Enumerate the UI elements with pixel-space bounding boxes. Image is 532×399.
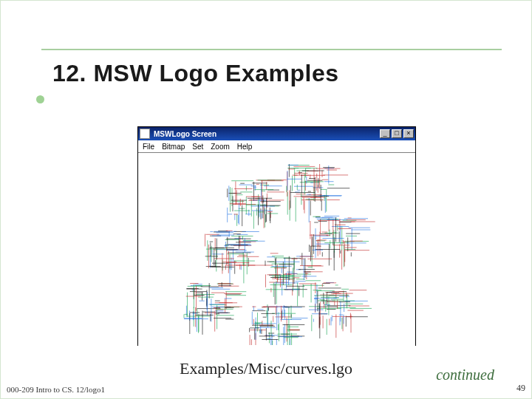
page-number: 49 [516,383,525,394]
logo-canvas [138,153,415,346]
title-rule [41,49,502,50]
window-title: MSWLogo Screen [151,130,378,138]
screenshot-window: MSWLogo Screen _ □ × File Bitmap Set Zoo… [137,126,416,346]
slide: 12. MSW Logo Examples MSWLogo Screen _ □… [0,0,532,399]
close-button[interactable]: × [403,129,414,138]
app-icon [140,129,150,139]
title-bar: MSWLogo Screen _ □ × [138,127,415,140]
menu-help[interactable]: Help [237,143,253,151]
continued-label: continued [436,366,494,383]
fractal-drawing [138,153,415,345]
menu-bitmap[interactable]: Bitmap [162,143,185,151]
menu-bar: File Bitmap Set Zoom Help [138,140,415,153]
menu-file[interactable]: File [143,143,154,151]
menu-zoom[interactable]: Zoom [211,143,230,151]
menu-set[interactable]: Set [192,143,203,151]
maximize-button[interactable]: □ [392,129,402,138]
footer: 000-209 Intro to CS. 12/logo1 [7,385,105,394]
bullet-icon [36,95,44,103]
slide-title: 12. MSW Logo Examples [52,60,338,87]
minimize-button[interactable]: _ [380,129,390,138]
